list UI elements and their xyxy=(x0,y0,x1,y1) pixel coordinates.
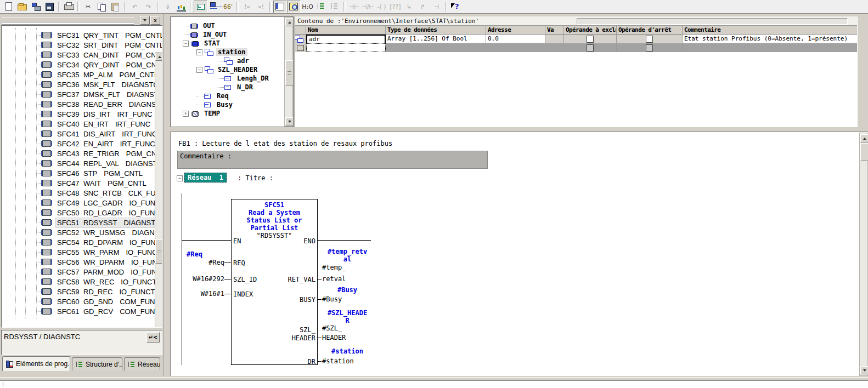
panel-close-button[interactable]: x xyxy=(150,16,160,25)
open-file-button[interactable] xyxy=(15,1,29,13)
scroll-up-button[interactable] xyxy=(285,18,294,26)
sfc-tree-item[interactable]: SFC37DMSK_FLTDIAGNSTC xyxy=(2,89,151,99)
detail-view-toggle-button[interactable] xyxy=(287,1,301,13)
expand-icon[interactable]: + xyxy=(183,111,189,117)
declaration-item[interactable]: adr xyxy=(171,56,283,65)
cut-button[interactable]: ✂ xyxy=(81,1,95,13)
panel-dropdown-button[interactable] xyxy=(140,16,150,25)
declaration-item[interactable]: −STAT xyxy=(171,39,283,48)
block-comment-box[interactable]: Commentaire : xyxy=(177,151,488,169)
declaration-item[interactable]: +TEMP xyxy=(171,109,283,118)
cell-type[interactable]: Array [1..256] Of Bool xyxy=(386,35,486,43)
overview-toggle-button[interactable] xyxy=(273,1,287,13)
sfc-tree-item[interactable]: SFC40EN_IRTIRT_FUNC xyxy=(2,119,151,129)
scroll-down-button[interactable] xyxy=(860,366,868,374)
context-help-button[interactable] xyxy=(449,1,463,13)
sfc-tree-item[interactable]: SFC39DIS_IRTIRT_FUNC xyxy=(2,109,151,119)
symbol-info-toggle-button[interactable]: H:O xyxy=(301,1,314,13)
network-collapse-box[interactable]: − xyxy=(177,175,183,181)
insert-element-button[interactable]: ↵< xyxy=(146,332,160,343)
stop-checkbox[interactable] xyxy=(646,36,653,43)
panel-titlebar[interactable]: x xyxy=(1,15,162,24)
sfc-tree-item[interactable]: SFC43RE_TRIGRPGM_CNTL xyxy=(2,149,151,158)
network-label[interactable]: Réseau 1 xyxy=(184,173,227,182)
symbolic-representation-button[interactable] xyxy=(207,1,221,13)
collapse-icon[interactable]: − xyxy=(196,49,202,55)
declaration-item[interactable]: N_DR xyxy=(171,83,283,92)
szl-id-operand[interactable]: W#16#292 xyxy=(174,275,224,283)
declaration-item[interactable]: −SZL_HEADER xyxy=(171,65,283,74)
new-file-button[interactable] xyxy=(2,1,15,13)
tree-vertical-scrollbar[interactable] xyxy=(155,52,162,328)
scrollbar-thumb[interactable] xyxy=(285,60,294,85)
column-header-nom[interactable]: Nom xyxy=(306,26,386,35)
sfc-tree-item[interactable]: SFC51RDSYSSTDIAGNSTC xyxy=(2,218,151,227)
sfc51-block[interactable]: SFC51 Read a System Status List or Parti… xyxy=(231,199,318,365)
sfc-tree-item[interactable]: SFC58WR_RECIO_FUNCT xyxy=(2,277,151,287)
print-button[interactable] xyxy=(62,1,76,13)
sfc-tree-item[interactable]: SFC48SNC_RTCBCLK_FUNC xyxy=(2,188,151,198)
sfc-tree-item[interactable]: SFC57PARM_MODIO_FUNCT xyxy=(2,267,151,277)
symbol-selection-button[interactable]: 66' xyxy=(221,1,235,13)
declaration-item[interactable]: Busy xyxy=(171,100,283,109)
output-pane-grip[interactable] xyxy=(3,382,4,387)
open-station-button[interactable] xyxy=(29,1,43,13)
sfc-tree-item[interactable]: SFC56WR_DPARMIO_FUNCT xyxy=(2,257,151,267)
sfc-tree-item[interactable]: SFC52WR_USMSGDIAGNSTC xyxy=(2,227,151,237)
monitor-button[interactable] xyxy=(174,1,188,13)
sfc-tree-item[interactable]: SFC36MSK_FLTDIAGNSTC xyxy=(2,79,151,89)
sfc-tree-item[interactable]: SFC34QRY_DINTPGM_CNTL xyxy=(2,60,151,70)
declaration-item[interactable]: OUT xyxy=(171,21,283,30)
ret-val-operand[interactable]: #temp_ xyxy=(322,264,346,271)
editor-vertical-scrollbar[interactable] xyxy=(859,133,868,376)
declaration-item[interactable]: −station xyxy=(171,48,283,56)
dr-operand[interactable]: #station xyxy=(322,357,354,365)
column-header-va[interactable]: Va xyxy=(545,26,564,35)
sfc-tree-item[interactable]: SFC54RD_DPARMIO_FUNCT xyxy=(2,237,151,247)
column-header-commentaire[interactable]: Commentaire xyxy=(683,26,858,35)
sfc-tree-item[interactable]: SFC31QRY_TINTPGM_CNTL xyxy=(2,30,151,40)
collapse-icon[interactable]: − xyxy=(196,67,202,73)
sfc-tree-item[interactable]: SFC50RD_LGADRIO_FUNCT xyxy=(2,208,151,218)
sfc-tree-item[interactable]: SFC60GD_SNDCOM_FUNC xyxy=(2,296,151,306)
declaration-scrollbar[interactable] xyxy=(284,17,293,127)
ret-val-operand[interactable]: retval xyxy=(322,275,346,283)
lad-editor[interactable]: FB1 : Lecture de l etat des station de r… xyxy=(170,132,868,376)
column-header-operande-arret[interactable]: Opérande d'arrêt xyxy=(617,26,683,35)
exclude-checkbox[interactable] xyxy=(587,36,594,43)
program-structure-button[interactable] xyxy=(314,1,328,13)
szl-header-operand[interactable]: #SZL_ xyxy=(322,324,342,332)
declaration-item[interactable]: Lengh_DR xyxy=(171,74,283,83)
sfc-tree-item[interactable]: SFC33CAN_DINTPGM_CNTL xyxy=(2,50,151,60)
exclude-checkbox[interactable] xyxy=(587,44,594,52)
sfc-tree-item[interactable]: SFC61GD_RCVCOM_FUNC xyxy=(2,306,151,316)
cell-nom-empty[interactable] xyxy=(306,43,386,52)
column-header-operande-exclure[interactable]: Opérande à exclure xyxy=(564,26,617,35)
cell-adresse[interactable]: 0.0 xyxy=(486,35,545,43)
declaration-item[interactable]: Req xyxy=(171,92,283,100)
tab-networks[interactable]: Réseaux xyxy=(124,357,160,370)
panel-grip[interactable] xyxy=(2,18,134,22)
sfc-tree-item[interactable]: SFC49LGC_GADRIO_FUNCT xyxy=(2,198,151,208)
row-header-cell[interactable] xyxy=(295,43,306,52)
collapse-icon[interactable]: − xyxy=(183,41,189,47)
cell-commentaire[interactable]: Etat station Profibus (0=Absente, 1=prés… xyxy=(683,35,858,43)
column-header-adresse[interactable]: Adresse xyxy=(486,26,545,35)
sfc-tree-item[interactable]: SFC59RD_RECIO_FUNCT xyxy=(2,287,151,296)
sfc-tree-item[interactable]: SFC47WAITPGM_CNTL xyxy=(2,178,151,188)
req-operand[interactable]: #Req xyxy=(174,259,224,266)
szl-header-operand[interactable]: HEADER xyxy=(322,334,346,341)
sfc-tree-item[interactable]: SFC44REPL_VALDIAGNSTC xyxy=(2,158,151,168)
tab-call-structure[interactable]: Structure d'... xyxy=(72,357,122,370)
column-header-type[interactable]: Type de données xyxy=(386,26,486,35)
network-title-suffix[interactable]: : Titre : xyxy=(238,174,273,182)
sfc-tree-item[interactable]: SFC35MP_ALMPGM_CNTL xyxy=(2,70,151,79)
sfc-tree-item[interactable]: SFC46STPPGM_CNTL xyxy=(2,168,151,178)
sfc-tree-item[interactable]: SFC41DIS_AIRTIRT_FUNC xyxy=(2,129,151,139)
scroll-up-button[interactable] xyxy=(860,134,868,142)
copy-button[interactable] xyxy=(95,1,109,13)
stop-checkbox[interactable] xyxy=(646,44,653,52)
save-button[interactable] xyxy=(43,1,57,13)
row-header-cell[interactable] xyxy=(295,35,306,43)
index-operand[interactable]: W#16#1 xyxy=(174,290,224,298)
